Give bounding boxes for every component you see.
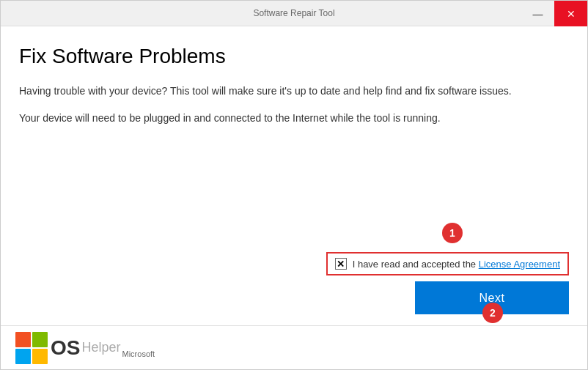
brand-os-text: OS (51, 338, 80, 358)
license-agreement-row: ✕ I have read and accepted the License A… (326, 252, 569, 275)
license-text: I have read and accepted the License Agr… (353, 259, 560, 270)
brand-helper-text: Helper (81, 340, 120, 355)
windows-logo-icon (15, 332, 48, 364)
annotation-1-badge: 1 (442, 223, 463, 243)
description-2: Your device will need to be plugged in a… (19, 110, 569, 126)
brand-text: OS Helper Microsoft (51, 338, 155, 358)
description-1: Having trouble with your device? This to… (19, 83, 569, 99)
app-window: Software Repair Tool — ✕ Fix Software Pr… (0, 0, 588, 370)
license-checkbox[interactable]: ✕ (335, 258, 347, 270)
license-agreement-link[interactable]: License Agreement (479, 259, 560, 270)
close-button[interactable]: ✕ (554, 1, 587, 26)
annotation-2-badge: 2 (482, 303, 503, 323)
logo-square-green (32, 332, 48, 347)
brand-microsoft-text: Microsoft (122, 349, 155, 358)
action-area: 1 ✕ I have read and accepted the License… (19, 252, 569, 318)
brand-logo: OS Helper Microsoft (15, 332, 155, 364)
page-title: Fix Software Problems (19, 45, 569, 68)
logo-square-blue (15, 349, 31, 364)
titlebar: Software Repair Tool — ✕ (1, 1, 587, 26)
window-controls: — ✕ (521, 1, 587, 26)
logo-square-red (15, 332, 31, 347)
next-button-container: 2 Next (415, 281, 569, 314)
main-content: Fix Software Problems Having trouble wit… (1, 26, 587, 325)
footer: OS Helper Microsoft (1, 325, 587, 369)
minimize-button[interactable]: — (521, 1, 554, 26)
window-title: Software Repair Tool (67, 8, 521, 18)
logo-square-yellow (32, 349, 48, 364)
